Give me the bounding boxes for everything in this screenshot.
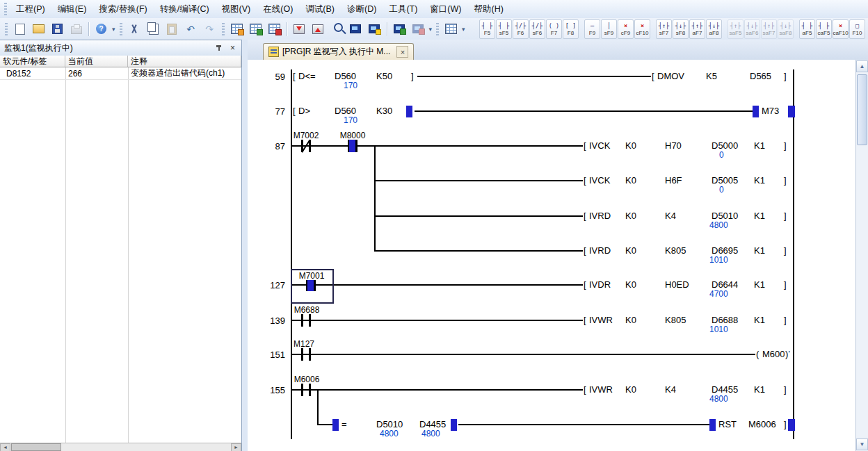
ladder-diagram[interactable]: 59 [ D<= D560 K50 ] 170 [ DMOV K5 D565 ]…: [248, 60, 856, 451]
ladder-symbol-button[interactable]: ┤ ├aF5: [799, 19, 815, 39]
scroll-left-button[interactable]: ◄: [0, 443, 10, 451]
ladder-symbol-button[interactable]: ×caF10: [833, 19, 849, 39]
close-watch-button[interactable]: ×: [226, 42, 239, 54]
paste-button[interactable]: [163, 20, 181, 38]
contact-no[interactable]: [301, 314, 311, 327]
ladder-symbol-button[interactable]: ┤ ├F5: [479, 19, 495, 39]
panel-splitter[interactable]: [242, 40, 248, 451]
operand[interactable]: H6F: [664, 175, 683, 186]
ladder-symbol-button[interactable]: ┤ ├sF5: [496, 19, 512, 39]
operand[interactable]: K0: [625, 245, 637, 256]
watch-grid[interactable]: 软元件/标签 当前值 注释 D8152 266 变频器通信出错代码(ch1): [0, 56, 241, 443]
menu-item[interactable]: 调试(B): [299, 0, 341, 18]
instruction-op[interactable]: IVCK: [588, 140, 611, 151]
toolbar-grip[interactable]: [436, 23, 439, 35]
ladder-symbol-button[interactable]: ┤↑├saF5: [728, 19, 744, 39]
menu-item[interactable]: 帮助(H): [467, 0, 509, 18]
operand[interactable]: K805: [664, 315, 686, 325]
menubar-grip[interactable]: [4, 3, 7, 15]
menu-item[interactable]: 搜索/替换(F): [93, 0, 153, 18]
ladder-symbol-button[interactable]: │sF9: [601, 19, 617, 39]
contact-no[interactable]: [348, 140, 357, 152]
toolbar-overflow-button[interactable]: ▾: [429, 26, 433, 33]
watch-horizontal-scrollbar[interactable]: ◄ ►: [0, 443, 241, 451]
ladder-symbol-button[interactable]: ─F9: [584, 19, 600, 39]
ladder-edit-mode-button[interactable]: [228, 20, 246, 38]
operand[interactable]: D5000: [711, 140, 739, 151]
operand[interactable]: K1: [753, 279, 766, 290]
open-project-button[interactable]: [30, 20, 47, 38]
toolbar-grip[interactable]: [5, 23, 8, 35]
device-memory-monitor-button[interactable]: [347, 20, 364, 38]
watch-row[interactable]: D8152 266 变频器通信出错代码(ch1): [0, 67, 241, 80]
column-header-comment[interactable]: 注释: [128, 56, 241, 67]
operand[interactable]: D5010: [711, 211, 739, 221]
column-header-device[interactable]: 软元件/标签: [0, 56, 65, 67]
help-button[interactable]: ?: [93, 20, 110, 38]
operand[interactable]: D565: [749, 71, 772, 81]
compare-op[interactable]: D>: [298, 106, 311, 116]
write-to-plc-button[interactable]: [291, 20, 308, 38]
menu-item[interactable]: 工程(P): [10, 0, 51, 18]
ladder-symbol-button[interactable]: ┤/├F6: [513, 19, 529, 39]
coil-device[interactable]: M73: [761, 106, 780, 116]
column-header-value[interactable]: 当前值: [65, 56, 128, 67]
ladder-symbol-button[interactable]: ( )F7: [546, 19, 562, 39]
operand[interactable]: K5: [705, 71, 718, 81]
operand[interactable]: K4: [664, 384, 677, 395]
operand[interactable]: K1: [753, 384, 766, 395]
scrollbar-thumb[interactable]: [11, 443, 61, 451]
menu-item[interactable]: 视图(V): [216, 0, 257, 18]
operand[interactable]: K1: [753, 211, 766, 221]
operand[interactable]: K4: [664, 211, 677, 221]
copy-button[interactable]: [145, 20, 162, 38]
operand[interactable]: D6695: [711, 245, 739, 256]
toolbar-grip[interactable]: [222, 23, 225, 35]
ladder-symbol-button[interactable]: ×cF9: [618, 19, 634, 39]
instruction-op[interactable]: IVCK: [588, 175, 611, 186]
vertical-scrollbar[interactable]: ▲ ▼: [855, 60, 868, 451]
operand[interactable]: D5010: [376, 419, 403, 429]
operand[interactable]: D6688: [711, 315, 739, 325]
ladder-symbol-button[interactable]: [ ]F8: [563, 19, 579, 39]
pin-button[interactable]: [212, 42, 225, 54]
instruction-op[interactable]: IVDR: [588, 279, 611, 290]
operand[interactable]: D4455: [419, 419, 447, 429]
value-cell[interactable]: 266: [65, 69, 128, 79]
operand[interactable]: K0: [625, 140, 637, 151]
instruction-op[interactable]: RST: [718, 419, 737, 429]
operand[interactable]: M6006: [748, 419, 777, 429]
instruction-op[interactable]: DMOV: [657, 71, 685, 81]
ladder-symbol-button[interactable]: ┤↓├aF8: [706, 19, 722, 39]
menu-item[interactable]: 编辑(E): [51, 0, 93, 18]
cut-button[interactable]: [126, 20, 143, 38]
monitor-mode-button[interactable]: [247, 20, 264, 38]
compare-op[interactable]: =: [341, 419, 348, 429]
instruction-op[interactable]: IVWR: [588, 315, 613, 325]
operand[interactable]: D5005: [711, 175, 739, 186]
operand[interactable]: H0ED: [664, 279, 690, 290]
contact-no[interactable]: [301, 384, 311, 396]
operand[interactable]: K0: [625, 279, 637, 290]
new-project-button[interactable]: [11, 20, 29, 38]
operand[interactable]: D4455: [711, 384, 739, 395]
menu-item[interactable]: 转换/编译(C): [154, 0, 216, 18]
operand[interactable]: K0: [625, 175, 637, 186]
ladder-symbol-button[interactable]: ┤/├sF6: [529, 19, 545, 39]
ladder-symbol-button[interactable]: ┤ ├caF5: [816, 19, 832, 39]
menu-item[interactable]: 工具(T): [383, 0, 424, 18]
operand[interactable]: D6644: [711, 279, 739, 290]
monitor-write-mode-button[interactable]: [266, 20, 283, 38]
read-from-plc-button[interactable]: [310, 20, 327, 38]
ladder-symbol-button[interactable]: ┤↓├saF6: [744, 19, 760, 39]
monitor-stop-button[interactable]: [410, 20, 427, 38]
operand[interactable]: K50: [376, 71, 393, 81]
instruction-op[interactable]: IVRD: [588, 245, 611, 256]
ladder-symbol-button[interactable]: ┤↑├sF7: [656, 19, 672, 39]
watch-window-titlebar[interactable]: 监视1(监视执行中) ×: [0, 40, 241, 56]
toolbar-grip[interactable]: [120, 23, 122, 35]
contact-no[interactable]: [301, 348, 311, 361]
monitor-start-button[interactable]: [391, 20, 408, 38]
operand[interactable]: K805: [664, 245, 686, 256]
instruction-op[interactable]: IVRD: [588, 211, 611, 221]
